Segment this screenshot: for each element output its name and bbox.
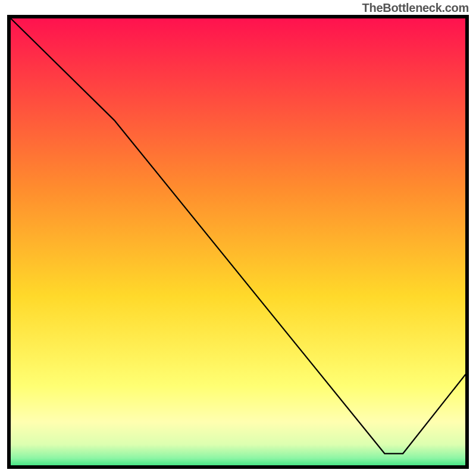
chart-svg <box>0 0 476 476</box>
chart-container: TheBottleneck.com <box>0 0 476 476</box>
attribution-label: TheBottleneck.com <box>362 1 469 15</box>
